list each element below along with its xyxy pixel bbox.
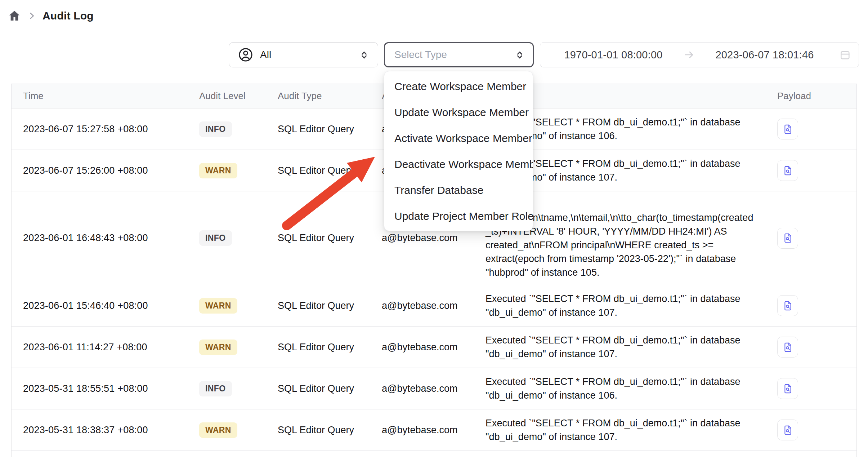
- row-time: 2023-06-07 15:26:00 +08:00: [12, 165, 188, 176]
- row-time: 2023-05-31 18:38:37 +08:00: [12, 425, 188, 436]
- chevrons-up-down-icon: [358, 49, 370, 61]
- row-actor: a@bytebase.com: [370, 300, 474, 311]
- table-row: 2023-05-31 18:38:37 +08:00WARNSQL Editor…: [12, 409, 856, 451]
- audit-level-badge: WARN: [199, 422, 237, 438]
- breadcrumb: Audit Log: [8, 9, 94, 22]
- row-time: 2023-06-01 11:14:27 +08:00: [12, 342, 188, 353]
- row-audit-type: SQL Editor Query: [266, 124, 370, 135]
- menu-item-create-workspace-member[interactable]: Create Workspace Member: [384, 74, 533, 99]
- row-payload: [766, 228, 856, 249]
- row-payload: [766, 337, 856, 358]
- calendar-icon[interactable]: [839, 49, 851, 61]
- row-payload: [766, 160, 856, 181]
- row-comment: Executed `"SELECT * FROM db_ui_demo.t1;"…: [474, 328, 766, 366]
- menu-item-transfer-database[interactable]: Transfer Database: [384, 177, 533, 203]
- payload-view-button[interactable]: [777, 420, 798, 440]
- row-audit-type: SQL Editor Query: [266, 165, 370, 176]
- row-payload: [766, 119, 856, 139]
- date-range-end[interactable]: 2023-06-07 18:01:46: [695, 49, 834, 61]
- row-payload: [766, 420, 856, 440]
- menu-item-update-workspace-member[interactable]: Update Workspace Member: [384, 99, 533, 125]
- row-audit-level: INFO: [188, 230, 266, 246]
- payload-view-button[interactable]: [777, 160, 798, 181]
- person-icon: [238, 47, 254, 63]
- file-search-icon: [782, 165, 793, 176]
- chevron-right-icon: [27, 11, 37, 21]
- row-audit-type: SQL Editor Query: [266, 300, 370, 311]
- file-search-icon: [782, 300, 793, 311]
- row-audit-type: SQL Editor Query: [266, 425, 370, 436]
- row-time: 2023-06-07 15:27:58 +08:00: [12, 124, 188, 135]
- audit-level-badge: INFO: [199, 121, 232, 137]
- row-actor: a@bytebase.com: [370, 425, 474, 436]
- chevrons-up-down-icon: [514, 49, 525, 61]
- audit-level-badge: WARN: [199, 340, 237, 355]
- type-filter-placeholder: Select Type: [394, 49, 514, 61]
- type-filter-select[interactable]: Select Type: [384, 42, 534, 67]
- file-search-icon: [782, 425, 793, 436]
- audit-level-badge: INFO: [199, 230, 232, 246]
- row-audit-level: WARN: [188, 422, 266, 438]
- table-row-partial: [12, 451, 856, 457]
- arrow-right-icon: [683, 49, 695, 61]
- page-title: Audit Log: [42, 10, 94, 22]
- row-audit-level: WARN: [188, 163, 266, 178]
- column-header-audit-type: Audit Type: [266, 90, 370, 102]
- row-actor: a@bytebase.com: [370, 383, 474, 394]
- file-search-icon: [782, 342, 793, 353]
- row-audit-level: WARN: [188, 340, 266, 355]
- row-actor: a@bytebase.com: [370, 232, 474, 244]
- row-audit-type: SQL Editor Query: [266, 342, 370, 353]
- row-audit-type: SQL Editor Query: [266, 232, 370, 244]
- row-time: 2023-05-31 18:55:51 +08:00: [12, 383, 188, 394]
- audit-level-badge: INFO: [199, 381, 232, 396]
- table-row: 2023-06-01 15:46:40 +08:00WARNSQL Editor…: [12, 285, 856, 327]
- table-row: 2023-05-31 18:55:51 +08:00INFOSQL Editor…: [12, 368, 856, 409]
- payload-view-button[interactable]: [777, 228, 798, 249]
- row-audit-level: INFO: [188, 381, 266, 396]
- row-comment: Executed `"SELECT * FROM db_ui_demo.t1;"…: [474, 370, 766, 407]
- row-comment: Executed `"SELECT * FROM db_ui_demo.t1;"…: [474, 411, 766, 449]
- audit-level-badge: WARN: [199, 298, 237, 314]
- payload-view-button[interactable]: [777, 295, 798, 316]
- payload-view-button[interactable]: [777, 378, 798, 399]
- menu-item-activate-workspace-member[interactable]: Activate Workspace Member: [384, 125, 533, 151]
- file-search-icon: [782, 383, 793, 394]
- row-comment: Executed `"SELECT * FROM db_ui_demo.t1;"…: [474, 287, 766, 324]
- row-payload: [766, 295, 856, 316]
- date-range-start[interactable]: 1970-01-01 08:00:00: [544, 49, 683, 61]
- column-header-payload: Payload: [766, 90, 856, 102]
- audit-log-page: Audit Log All Select Type 1970-01-01 08:…: [0, 0, 868, 457]
- file-search-icon: [782, 124, 793, 135]
- home-icon[interactable]: [8, 9, 21, 22]
- column-header-audit-level: Audit Level: [188, 90, 266, 102]
- audit-level-badge: WARN: [199, 163, 237, 178]
- payload-view-button[interactable]: [777, 337, 798, 358]
- date-range-picker[interactable]: 1970-01-01 08:00:00 2023-06-07 18:01:46: [540, 42, 859, 67]
- file-search-icon: [782, 232, 793, 244]
- payload-view-button[interactable]: [777, 119, 798, 139]
- actor-filter-select[interactable]: All: [229, 42, 378, 67]
- menu-item-deactivate-workspace-member[interactable]: Deactivate Workspace Member: [384, 151, 533, 177]
- menu-item-update-project-member-role[interactable]: Update Project Member Role: [384, 203, 533, 229]
- row-time: 2023-06-01 16:48:43 +08:00: [12, 232, 188, 244]
- row-payload: [766, 378, 856, 399]
- table-row: 2023-06-01 11:14:27 +08:00WARNSQL Editor…: [12, 327, 856, 368]
- row-audit-type: SQL Editor Query: [266, 383, 370, 394]
- row-time: 2023-06-01 15:46:40 +08:00: [12, 300, 188, 311]
- row-actor: a@bytebase.com: [370, 342, 474, 353]
- row-audit-level: INFO: [188, 121, 266, 137]
- type-filter-dropdown-menu: Create Workspace MemberUpdate Workspace …: [384, 71, 533, 231]
- actor-filter-value: All: [260, 49, 358, 61]
- row-audit-level: WARN: [188, 298, 266, 314]
- column-header-time: Time: [12, 90, 188, 102]
